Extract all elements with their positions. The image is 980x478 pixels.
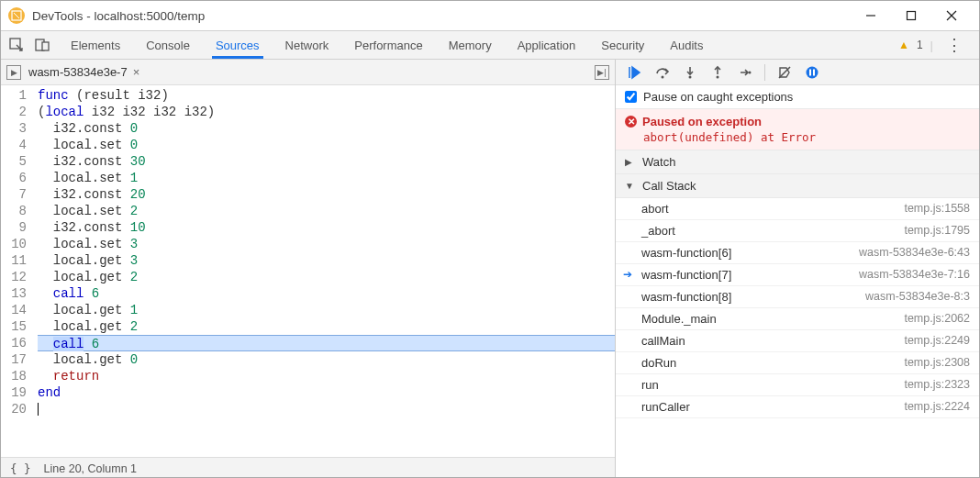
frame-function: abort [641, 202, 669, 216]
debugger-panel: Pause on caught exceptions ✕ Paused on e… [616, 60, 979, 478]
panel-tab-application[interactable]: Application [505, 31, 589, 59]
warning-icon[interactable]: ▲ [898, 39, 909, 51]
code-line[interactable]: i32.const 10 [38, 219, 615, 236]
devtools-toolbar: ElementsConsoleSourcesNetworkPerformance… [1, 30, 979, 60]
code-line[interactable]: local.get 2 [38, 318, 615, 335]
cursor-position: Line 20, Column 1 [44, 462, 137, 475]
code-line[interactable]: i32.const 30 [38, 153, 615, 170]
code-line[interactable]: call 6 [38, 285, 615, 302]
exception-title: Paused on exception [642, 115, 762, 128]
svg-point-13 [717, 75, 719, 78]
code-line[interactable]: local.set 1 [38, 170, 615, 186]
code-editor[interactable]: 1234567891011121314151617181920 func (re… [1, 85, 615, 457]
callstack-frame[interactable]: Module._maintemp.js:2062 [616, 308, 979, 330]
svg-point-16 [807, 66, 819, 78]
more-tabs-icon[interactable]: ▶| [595, 65, 609, 80]
svg-line-1 [14, 13, 19, 18]
code-line[interactable]: i32.const 0 [38, 120, 615, 137]
code-line[interactable]: local.set 2 [38, 203, 615, 219]
svg-point-14 [749, 71, 752, 73]
warning-count[interactable]: 1 [917, 39, 923, 51]
step-into-button[interactable] [680, 62, 700, 83]
maximize-button[interactable] [891, 2, 931, 29]
pause-on-caught-checkbox[interactable] [625, 91, 637, 103]
callstack-frame[interactable]: ➔wasm-function[7]wasm-53834e3e-7:16 [616, 264, 979, 286]
frame-location: wasm-53834e3e-8:3 [865, 290, 970, 304]
inspect-icon[interactable] [6, 35, 27, 55]
frame-function: _abort [641, 224, 675, 238]
window-titlebar: DevTools - localhost:5000/temp [1, 1, 979, 30]
frame-location: temp.js:2062 [904, 312, 970, 326]
frame-function: wasm-function[8] [641, 290, 731, 304]
panel-tab-network[interactable]: Network [273, 31, 342, 59]
panel-tab-console[interactable]: Console [133, 31, 203, 59]
frame-location: temp.js:1558 [904, 202, 970, 216]
svg-rect-3 [908, 12, 916, 20]
deactivate-breakpoints-button[interactable] [774, 62, 795, 83]
callstack-frame[interactable]: wasm-function[8]wasm-53834e3e-8:3 [616, 286, 979, 308]
code-line[interactable]: end [38, 384, 615, 401]
code-line[interactable]: local.get 1 [38, 302, 615, 318]
navigator-toggle-icon[interactable]: ▶ [6, 65, 21, 80]
step-over-button[interactable] [652, 62, 673, 83]
file-tab-label: wasm-53834e3e-7 [28, 65, 128, 79]
chevron-down-icon: ▼ [625, 181, 636, 191]
panel-tabs: ElementsConsoleSourcesNetworkPerformance… [58, 31, 893, 59]
panel-tab-memory[interactable]: Memory [436, 31, 505, 59]
file-tab[interactable]: wasm-53834e3e-7 × [28, 65, 139, 79]
debugger-toolbar [616, 60, 979, 85]
code-line[interactable]: local.set 3 [38, 236, 615, 252]
panel-tab-audits[interactable]: Audits [657, 31, 716, 59]
code-line[interactable]: local.get 0 [38, 351, 615, 368]
frame-location: temp.js:2308 [904, 356, 970, 370]
watch-label: Watch [642, 155, 675, 169]
resume-button[interactable] [625, 62, 645, 83]
callstack-frame[interactable]: aborttemp.js:1558 [616, 198, 979, 220]
frame-function: wasm-function[7] [641, 268, 731, 282]
code-line[interactable]: (local i32 i32 i32 i32) [38, 104, 615, 120]
frame-function: Module._main [641, 312, 717, 326]
device-toolbar-icon[interactable] [32, 35, 52, 55]
panel-tab-elements[interactable]: Elements [58, 31, 133, 59]
frame-location: temp.js:2323 [904, 378, 970, 392]
pause-on-caught-label: Pause on caught exceptions [643, 90, 793, 104]
close-button[interactable] [931, 2, 972, 29]
file-tab-bar: ▶ wasm-53834e3e-7 × ▶| [1, 60, 615, 85]
callstack-frame[interactable]: doRuntemp.js:2308 [616, 352, 979, 374]
code-line[interactable]: func (result i32) [38, 87, 615, 104]
watch-section-header[interactable]: ▶ Watch [616, 150, 979, 174]
code-line[interactable]: local.get 2 [38, 269, 615, 285]
pause-on-exceptions-button[interactable] [802, 62, 822, 83]
code-line[interactable]: call 6 [38, 335, 615, 351]
code-line[interactable]: local.get 3 [38, 252, 615, 269]
panel-tab-sources[interactable]: Sources [203, 31, 273, 59]
code-line[interactable]: i32.const 20 [38, 186, 615, 203]
frame-location: temp.js:2224 [904, 400, 970, 414]
callstack-frame[interactable]: callMaintemp.js:2249 [616, 330, 979, 352]
chevron-right-icon: ▶ [625, 157, 636, 167]
step-out-button[interactable] [707, 62, 728, 83]
minimize-button[interactable] [851, 2, 891, 29]
panel-tab-performance[interactable]: Performance [341, 31, 435, 59]
pause-on-caught-row[interactable]: Pause on caught exceptions [616, 85, 979, 109]
callstack-frame[interactable]: _aborttemp.js:1795 [616, 220, 979, 242]
step-button[interactable] [735, 62, 755, 83]
code-line[interactable]: local.set 0 [38, 137, 615, 153]
callstack-frame[interactable]: wasm-function[6]wasm-53834e3e-6:43 [616, 242, 979, 264]
exception-banner: ✕ Paused on exception abort(undefined) a… [616, 109, 979, 150]
close-tab-icon[interactable]: × [133, 65, 140, 79]
current-frame-icon: ➔ [623, 268, 632, 281]
format-icon[interactable]: { } [10, 461, 31, 475]
code-line[interactable] [38, 401, 615, 417]
callstack-frame[interactable]: runCallertemp.js:2224 [616, 396, 979, 418]
sources-panel: ▶ wasm-53834e3e-7 × ▶| 12345678910111213… [1, 60, 616, 478]
callstack-section-header[interactable]: ▼ Call Stack [616, 174, 979, 198]
callstack-frame[interactable]: runtemp.js:2323 [616, 374, 979, 396]
svg-point-11 [689, 75, 692, 78]
exception-detail: abort(undefined) at Error [625, 130, 816, 144]
more-menu-icon[interactable]: ⋮ [941, 35, 968, 55]
frame-location: wasm-53834e3e-7:16 [859, 268, 970, 282]
panel-tab-security[interactable]: Security [588, 31, 657, 59]
frame-function: callMain [641, 334, 685, 348]
code-line[interactable]: return [38, 368, 615, 384]
